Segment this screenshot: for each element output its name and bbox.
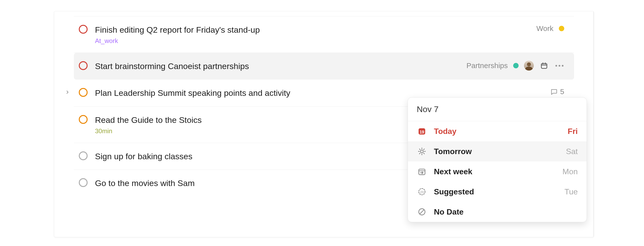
project-name[interactable]: Work xyxy=(536,24,554,33)
task-meta: 5 xyxy=(550,88,564,96)
comment-count[interactable]: 5 xyxy=(550,88,564,96)
date-option-label: Today xyxy=(434,127,456,136)
date-option-label: Tomorrow xyxy=(434,147,472,156)
expand-caret-icon[interactable] xyxy=(65,90,70,96)
project-color-dot xyxy=(513,63,518,68)
svg-rect-0 xyxy=(542,63,547,68)
date-option-label: Next week xyxy=(434,167,472,176)
date-option-shortcut: Sat xyxy=(566,147,578,156)
svg-line-12 xyxy=(420,149,420,150)
task-meta: Partnerships xyxy=(466,61,564,71)
svg-line-22 xyxy=(420,210,424,214)
date-picker-header[interactable]: Nov 7 xyxy=(408,98,586,121)
priority-checkbox[interactable] xyxy=(79,115,88,124)
task-main: Plan Leadership Summit speaking points a… xyxy=(95,88,543,98)
date-option-today[interactable]: 19 Today Fri xyxy=(408,121,586,141)
no-date-icon xyxy=(417,207,427,217)
svg-point-7 xyxy=(420,150,423,153)
priority-checkbox[interactable] xyxy=(79,178,88,187)
sun-icon xyxy=(417,146,427,157)
date-option-suggested[interactable]: 23 Suggested Tue xyxy=(408,182,586,202)
scrollbar-track[interactable] xyxy=(593,11,594,237)
date-picker-list: 19 Today Fri xyxy=(408,121,586,222)
app-stage: Finish editing Q2 report for Friday's st… xyxy=(0,0,644,246)
date-option-label: Suggested xyxy=(434,187,474,196)
priority-checkbox[interactable] xyxy=(79,25,88,34)
project-name[interactable]: Partnerships xyxy=(466,62,508,70)
more-actions-icon[interactable] xyxy=(554,61,564,71)
assignee-avatar[interactable] xyxy=(524,61,534,71)
comment-count-value: 5 xyxy=(560,88,564,96)
calendar-today-icon: 19 xyxy=(417,126,427,136)
task-main: Finish editing Q2 report for Friday's st… xyxy=(95,24,529,45)
date-picker-popover: Nov 7 19 Today Fri xyxy=(408,97,587,222)
date-option-label: No Date xyxy=(434,207,464,216)
task-row[interactable]: Finish editing Q2 report for Friday's st… xyxy=(74,16,574,53)
date-option-next-week[interactable]: Next week Mon xyxy=(408,161,586,182)
date-option-tomorrow[interactable]: Tomorrow Sat xyxy=(408,141,586,161)
svg-line-14 xyxy=(420,153,420,154)
task-title: Start brainstorming Canoeist partnership… xyxy=(95,61,459,72)
task-title: Finish editing Q2 report for Friday's st… xyxy=(95,24,529,35)
suggested-date-icon: 23 xyxy=(417,186,427,197)
svg-line-13 xyxy=(424,153,424,154)
date-option-shortcut: Mon xyxy=(562,167,578,176)
svg-text:23: 23 xyxy=(420,190,424,194)
task-main: Start brainstorming Canoeist partnership… xyxy=(95,61,459,72)
svg-line-15 xyxy=(424,149,424,150)
svg-text:19: 19 xyxy=(420,130,424,134)
schedule-icon[interactable] xyxy=(539,61,549,71)
priority-checkbox[interactable] xyxy=(79,61,88,70)
date-option-shortcut: Fri xyxy=(568,127,578,136)
date-option-shortcut: Tue xyxy=(564,187,578,196)
task-meta: Work xyxy=(536,24,564,33)
task-panel: Finish editing Q2 report for Friday's st… xyxy=(54,11,594,237)
priority-checkbox[interactable] xyxy=(79,151,88,160)
date-option-no-date[interactable]: No Date xyxy=(408,202,586,222)
priority-checkbox[interactable] xyxy=(79,88,88,97)
project-color-dot xyxy=(559,26,564,31)
task-title: Plan Leadership Summit speaking points a… xyxy=(95,88,543,98)
calendar-arrow-icon xyxy=(417,166,427,177)
task-tag[interactable]: At_work xyxy=(95,37,529,45)
task-row-selected[interactable]: Start brainstorming Canoeist partnership… xyxy=(74,53,574,80)
